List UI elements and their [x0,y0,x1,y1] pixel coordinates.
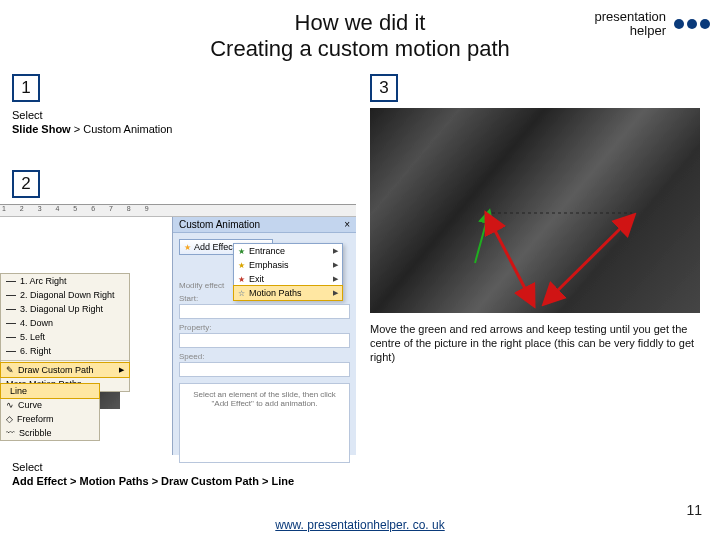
property-dropdown[interactable] [179,333,350,348]
step-1-bold: Slide Show [12,123,71,135]
modify-label: Modify effect [179,281,350,290]
custom-path-submenu: Line ∿Curve ◇Freeform 〰Scribble [0,383,100,441]
menu-entrance-label: Entrance [249,246,285,256]
ruler-icon: 1 2 3 4 5 6 7 8 9 [0,205,356,217]
add-effect-label: Add Effect [194,242,235,252]
mp-diag-up-right[interactable]: 3. Diagonal Up Right [1,302,129,316]
chevron-right-icon: ▶ [333,247,338,255]
path-icon [6,337,16,338]
mp-arc-right[interactable]: 1. Arc Right [1,274,129,288]
step-2-prefix: Select [12,461,43,473]
cp-curve[interactable]: ∿Curve [1,398,99,412]
page-number: 11 [686,502,702,518]
step-3-photo [370,108,700,313]
motion-paths-submenu: 1. Arc Right 2. Diagonal Down Right 3. D… [0,273,130,392]
footer-url[interactable]: www. presentationhelper. co. uk [275,518,444,532]
step-1-rest: > Custom Animation [74,123,173,135]
path-icon [6,281,16,282]
step-1-number: 1 [12,74,40,102]
curve-icon: ∿ [6,400,14,410]
mp-right[interactable]: 6. Right [1,344,129,358]
star-icon: ★ [184,243,191,252]
step-2-caption: Select Add Effect > Motion Paths > Draw … [12,460,294,489]
step-3-number: 3 [370,74,398,102]
start-label: Start: [179,294,350,303]
mp-left[interactable]: 5. Left [1,330,129,344]
close-icon[interactable]: × [344,219,350,230]
slide-subtitle: Creating a custom motion path [0,36,720,62]
entrance-icon: ★ [238,247,245,256]
path-icon [6,351,16,352]
chevron-right-icon: ▶ [119,366,124,374]
slide-title: How we did it [0,10,720,36]
step-2-bold: Add Effect > Motion Paths > Draw Custom … [12,475,294,487]
custom-animation-panel: Custom Animation × ★ Add Effect ▼ ★Entra… [172,217,356,455]
scribble-icon: 〰 [6,428,15,438]
cp-line[interactable]: Line [0,383,100,399]
step-3-caption: Move the green and red arrows and keep t… [370,323,700,364]
mp-diag-down-right[interactable]: 2. Diagonal Down Right [1,288,129,302]
start-dropdown[interactable] [179,304,350,319]
path-icon [6,323,16,324]
chevron-right-icon: ▶ [333,261,338,269]
speed-dropdown[interactable] [179,362,350,377]
path-icon [6,295,16,296]
step-2-screenshot: 1 2 3 4 5 6 7 8 9 path Custom Animation … [0,204,356,454]
cp-freeform[interactable]: ◇Freeform [1,412,99,426]
mp-down[interactable]: 4. Down [1,316,129,330]
speed-label: Speed: [179,352,350,361]
menu-entrance[interactable]: ★Entrance▶ [234,244,342,258]
step-1-prefix: Select [12,109,43,121]
property-label: Property: [179,323,350,332]
step-1-caption: Select Slide Show > Custom Animation [12,108,173,137]
emphasis-icon: ★ [238,261,245,270]
footer-link[interactable]: www. presentationhelper. co. uk [0,518,720,532]
cp-scribble[interactable]: 〰Scribble [1,426,99,440]
panel-title: Custom Animation [179,219,260,230]
freeform-icon: ◇ [6,414,13,424]
path-icon [6,309,16,310]
menu-emphasis-label: Emphasis [249,260,289,270]
mp-draw-custom-path[interactable]: ✎Draw Custom Path▶ [0,362,130,378]
pencil-icon: ✎ [6,365,14,375]
animation-list-hint: Select an element of the slide, then cli… [179,383,350,463]
menu-emphasis[interactable]: ★Emphasis▶ [234,258,342,272]
step-2-number: 2 [12,170,40,198]
